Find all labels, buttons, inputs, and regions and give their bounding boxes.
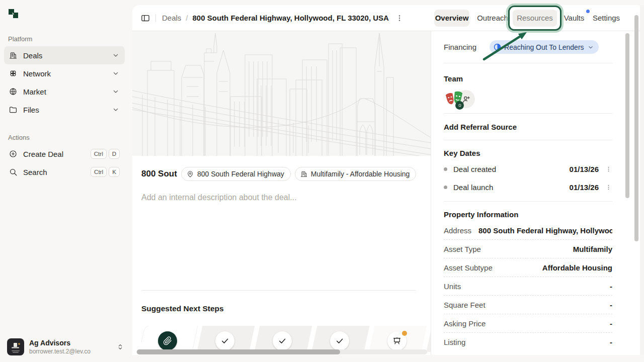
sidebar-item-network[interactable]: Network (4, 64, 125, 82)
deal-side-panel: Financing Reaching Out To Lenders Te (432, 31, 644, 355)
property-label: Listing (444, 338, 465, 346)
step-check-1[interactable] (215, 331, 234, 350)
address-tag-chip[interactable]: 800 South Federal Highway (181, 167, 291, 181)
property-row: Listing - (444, 333, 612, 351)
sidebar-item-label: Deals (23, 51, 112, 60)
chevron-down-icon (112, 51, 120, 59)
horizontal-scrollbar[interactable] (136, 349, 427, 354)
search-icon (9, 167, 18, 176)
section-divider (141, 290, 416, 291)
property-label: Asset Subtype (444, 263, 493, 272)
key-date-value: 01/13/26 (570, 165, 599, 173)
lev-logo (7, 8, 20, 21)
property-value: - (610, 319, 612, 328)
search-button[interactable]: Search Ctrl K (4, 163, 125, 181)
key-date-row: Deal launch 01/13/26 (444, 178, 612, 196)
deal-description-input[interactable]: Add an internal description about the de… (141, 193, 297, 202)
step-presentation[interactable] (387, 331, 407, 350)
breadcrumb-separator (155, 14, 156, 22)
suggested-next-steps-heading: Suggested Next Steps (141, 304, 224, 313)
property-row: Asset Type Multifamily (444, 240, 612, 258)
key-date-row: Deal created 01/13/26 (444, 160, 612, 178)
page-scrollbar-thumb[interactable] (634, 15, 638, 241)
add-referral-source-label: Add Referral Source (444, 123, 517, 131)
tab-settings[interactable]: Settings (591, 10, 621, 27)
breadcrumb-slash: / (186, 14, 188, 22)
create-deal-shortcut: Ctrl D (91, 149, 120, 159)
next-steps-strip (141, 326, 431, 352)
property-label: Units (444, 282, 461, 291)
sidebar-item-files[interactable]: Files (4, 101, 125, 119)
window-edge (640, 5, 644, 355)
up-down-chevron-icon (116, 343, 124, 351)
asset-type-tag-chip[interactable]: Multifamily - Affordable Housing (295, 167, 417, 181)
sidebar-item-label: Network (23, 69, 112, 78)
financing-status-dropdown[interactable]: Reaching Out To Lenders (490, 40, 599, 54)
workspace-meta: Ag Advisors borrower.test.2@lev.co (29, 339, 116, 355)
owner-star-badge (455, 101, 464, 110)
financing-row: Financing Reaching Out To Lenders (444, 31, 612, 63)
check-icon (278, 336, 287, 345)
files-folder-icon (9, 105, 18, 114)
sidebar-item-label: Market (23, 87, 112, 96)
property-value: - (610, 282, 612, 291)
key-date-value: 01/13/26 (570, 183, 599, 192)
breadcrumb-deals-link[interactable]: Deals (162, 14, 181, 22)
key-date-menu-button[interactable] (605, 165, 612, 173)
property-information-section: Property Information Address 800 South F… (444, 202, 612, 351)
step-notification-dot (402, 331, 407, 336)
tab-resources[interactable]: Resources (513, 10, 557, 27)
tab-vaults[interactable]: Vaults (561, 10, 587, 27)
tab-overview[interactable]: Overview (434, 10, 469, 27)
step-check-2[interactable] (273, 331, 292, 350)
workspace-email: borrower.test.2@lev.co (29, 348, 116, 355)
property-value: 800 South Federal Highway, Hollywood, FL (478, 226, 612, 235)
building-icon (300, 170, 308, 178)
chevron-down-icon (112, 106, 120, 114)
actions-section-label: Actions (8, 134, 30, 141)
horizontal-scrollbar-thumb[interactable] (137, 349, 340, 354)
skyline-illustration (132, 31, 431, 156)
keycap: D (109, 149, 120, 159)
team-heading: Team (444, 74, 612, 83)
key-date-menu-button[interactable] (605, 184, 612, 191)
panel-scrollbar-thumb[interactable] (625, 33, 629, 198)
check-icon (335, 336, 344, 345)
keycap: Ctrl (91, 167, 107, 177)
keycap: Ctrl (91, 149, 107, 159)
property-row: Units - (444, 277, 612, 296)
property-value: Affordable Housing (542, 263, 612, 272)
sidebar-toggle-button[interactable] (140, 13, 150, 23)
sidebar-item-market[interactable]: Market (4, 82, 125, 101)
sidebar-item-deals[interactable]: Deals (4, 46, 125, 64)
market-globe-icon (9, 87, 18, 96)
create-deal-button[interactable]: Create Deal Ctrl D (4, 145, 125, 163)
tab-vaults-label: Vaults (564, 14, 585, 22)
financing-label: Financing (444, 43, 476, 51)
key-dates-heading: Key Dates (444, 149, 612, 157)
plus-circle-icon (9, 149, 18, 158)
key-dates-section: Key Dates Deal created 01/13/26 Deal lau… (444, 140, 612, 202)
property-label: Asking Price (444, 319, 486, 328)
key-date-label: Deal created (453, 165, 570, 173)
step-attach-documents[interactable] (158, 331, 177, 350)
property-label: Address (444, 226, 471, 235)
deal-menu-button[interactable] (395, 14, 404, 23)
breadcrumb-deal-title: 800 South Federal Highway, Hollywood, FL… (193, 14, 389, 22)
chevron-down-icon (112, 69, 120, 77)
tab-outreach[interactable]: Outreach (476, 10, 509, 27)
workspace-name: Ag Advisors (29, 339, 116, 347)
card-header: Deals / 800 South Federal Highway, Holly… (132, 5, 644, 31)
paperclip-icon (163, 336, 172, 345)
chevron-down-icon (112, 87, 120, 96)
property-value: Multifamily (573, 245, 612, 253)
property-value: - (610, 338, 612, 346)
step-check-3[interactable] (330, 331, 349, 350)
property-information-heading: Property Information (444, 210, 612, 219)
deal-card: Deals / 800 South Federal Highway, Holly… (132, 5, 644, 355)
deals-building-icon (9, 51, 18, 60)
workspace-switcher[interactable]: Ag Advisors borrower.test.2@lev.co (4, 336, 128, 358)
tab-resources-label: Resources (517, 14, 553, 22)
action-label: Search (23, 168, 91, 176)
add-referral-source-button[interactable]: Add Referral Source (444, 114, 612, 140)
